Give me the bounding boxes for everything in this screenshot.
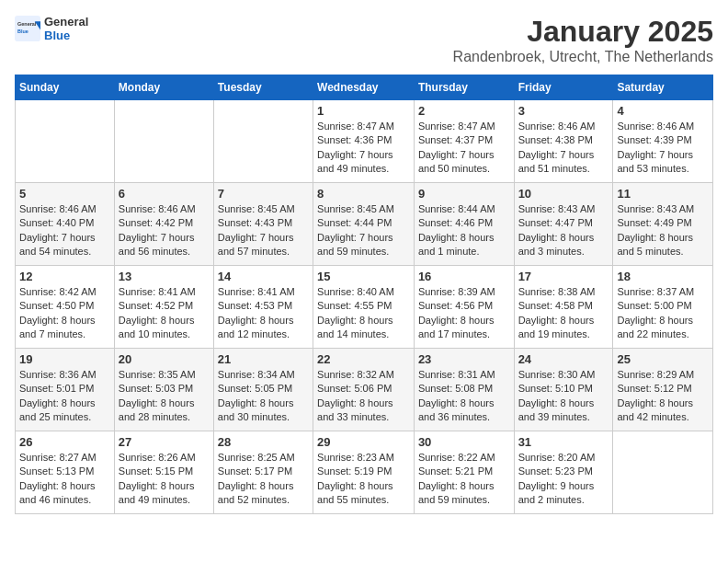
day-number: 21 bbox=[218, 352, 309, 366]
calendar-cell: 28Sunrise: 8:25 AM Sunset: 5:17 PM Dayli… bbox=[213, 431, 313, 514]
day-number: 24 bbox=[518, 352, 609, 366]
calendar-cell: 12Sunrise: 8:42 AM Sunset: 4:50 PM Dayli… bbox=[16, 266, 115, 349]
calendar-table: SundayMondayTuesdayWednesdayThursdayFrid… bbox=[15, 75, 713, 514]
day-number: 11 bbox=[617, 187, 709, 201]
day-info: Sunrise: 8:39 AM Sunset: 4:56 PM Dayligh… bbox=[418, 285, 510, 342]
day-number: 4 bbox=[617, 104, 709, 118]
calendar-cell: 13Sunrise: 8:41 AM Sunset: 4:52 PM Dayli… bbox=[114, 266, 213, 349]
calendar-cell: 15Sunrise: 8:40 AM Sunset: 4:55 PM Dayli… bbox=[313, 266, 415, 349]
day-info: Sunrise: 8:41 AM Sunset: 4:52 PM Dayligh… bbox=[119, 285, 210, 342]
week-row-1: 1Sunrise: 8:47 AM Sunset: 4:36 PM Daylig… bbox=[16, 100, 713, 183]
calendar-cell bbox=[16, 100, 115, 183]
calendar-cell: 4Sunrise: 8:46 AM Sunset: 4:39 PM Daylig… bbox=[613, 100, 713, 183]
day-info: Sunrise: 8:44 AM Sunset: 4:46 PM Dayligh… bbox=[418, 202, 510, 259]
day-info: Sunrise: 8:25 AM Sunset: 5:17 PM Dayligh… bbox=[218, 451, 309, 508]
logo: General Blue General Blue bbox=[15, 15, 88, 42]
day-number: 5 bbox=[19, 187, 110, 201]
day-info: Sunrise: 8:45 AM Sunset: 4:44 PM Dayligh… bbox=[317, 202, 410, 259]
svg-text:Blue: Blue bbox=[17, 29, 28, 34]
day-number: 26 bbox=[19, 435, 110, 449]
col-header-saturday: Saturday bbox=[613, 75, 713, 100]
day-info: Sunrise: 8:34 AM Sunset: 5:05 PM Dayligh… bbox=[218, 368, 309, 425]
day-number: 14 bbox=[218, 270, 309, 283]
day-number: 20 bbox=[119, 352, 210, 366]
day-info: Sunrise: 8:27 AM Sunset: 5:13 PM Dayligh… bbox=[19, 451, 110, 508]
day-info: Sunrise: 8:40 AM Sunset: 4:55 PM Dayligh… bbox=[317, 285, 410, 342]
week-row-5: 26Sunrise: 8:27 AM Sunset: 5:13 PM Dayli… bbox=[16, 431, 713, 514]
week-row-3: 12Sunrise: 8:42 AM Sunset: 4:50 PM Dayli… bbox=[16, 266, 713, 349]
calendar-cell bbox=[114, 100, 213, 183]
calendar-cell: 23Sunrise: 8:31 AM Sunset: 5:08 PM Dayli… bbox=[414, 349, 514, 431]
logo-icon: General Blue bbox=[15, 16, 40, 41]
calendar-cell: 6Sunrise: 8:46 AM Sunset: 4:42 PM Daylig… bbox=[114, 183, 213, 266]
day-number: 19 bbox=[19, 352, 110, 366]
day-number: 28 bbox=[218, 435, 309, 449]
week-row-4: 19Sunrise: 8:36 AM Sunset: 5:01 PM Dayli… bbox=[16, 349, 713, 431]
day-info: Sunrise: 8:38 AM Sunset: 4:58 PM Dayligh… bbox=[518, 285, 609, 342]
day-info: Sunrise: 8:46 AM Sunset: 4:38 PM Dayligh… bbox=[518, 120, 609, 177]
day-info: Sunrise: 8:20 AM Sunset: 5:23 PM Dayligh… bbox=[518, 451, 609, 508]
day-info: Sunrise: 8:35 AM Sunset: 5:03 PM Dayligh… bbox=[119, 368, 210, 425]
day-info: Sunrise: 8:42 AM Sunset: 4:50 PM Dayligh… bbox=[19, 285, 110, 342]
day-info: Sunrise: 8:30 AM Sunset: 5:10 PM Dayligh… bbox=[518, 368, 609, 425]
calendar-cell: 22Sunrise: 8:32 AM Sunset: 5:06 PM Dayli… bbox=[313, 349, 415, 431]
col-header-friday: Friday bbox=[514, 75, 613, 100]
col-header-monday: Monday bbox=[114, 75, 213, 100]
day-info: Sunrise: 8:46 AM Sunset: 4:39 PM Dayligh… bbox=[617, 120, 709, 177]
calendar-cell: 26Sunrise: 8:27 AM Sunset: 5:13 PM Dayli… bbox=[16, 431, 115, 514]
calendar-cell: 9Sunrise: 8:44 AM Sunset: 4:46 PM Daylig… bbox=[414, 183, 514, 266]
day-number: 12 bbox=[19, 270, 110, 283]
day-number: 25 bbox=[617, 352, 709, 366]
col-header-tuesday: Tuesday bbox=[213, 75, 313, 100]
calendar-cell: 10Sunrise: 8:43 AM Sunset: 4:47 PM Dayli… bbox=[514, 183, 613, 266]
day-number: 18 bbox=[617, 270, 709, 283]
logo-general-text: General bbox=[44, 15, 88, 29]
calendar-cell: 18Sunrise: 8:37 AM Sunset: 5:00 PM Dayli… bbox=[613, 266, 713, 349]
day-number: 23 bbox=[418, 352, 510, 366]
col-header-wednesday: Wednesday bbox=[313, 75, 415, 100]
day-number: 10 bbox=[518, 187, 609, 201]
day-info: Sunrise: 8:32 AM Sunset: 5:06 PM Dayligh… bbox=[317, 368, 410, 425]
day-info: Sunrise: 8:47 AM Sunset: 4:37 PM Dayligh… bbox=[418, 120, 510, 177]
day-info: Sunrise: 8:47 AM Sunset: 4:36 PM Dayligh… bbox=[317, 120, 410, 177]
page-header: General Blue General Blue January 2025 R… bbox=[15, 15, 713, 65]
day-info: Sunrise: 8:36 AM Sunset: 5:01 PM Dayligh… bbox=[19, 368, 110, 425]
calendar-cell: 25Sunrise: 8:29 AM Sunset: 5:12 PM Dayli… bbox=[613, 349, 713, 431]
calendar-cell: 16Sunrise: 8:39 AM Sunset: 4:56 PM Dayli… bbox=[414, 266, 514, 349]
day-info: Sunrise: 8:46 AM Sunset: 4:42 PM Dayligh… bbox=[119, 202, 210, 259]
day-number: 13 bbox=[119, 270, 210, 283]
day-number: 9 bbox=[418, 187, 510, 201]
day-number: 30 bbox=[418, 435, 510, 449]
calendar-title: January 2025 bbox=[453, 15, 713, 49]
calendar-cell: 8Sunrise: 8:45 AM Sunset: 4:44 PM Daylig… bbox=[313, 183, 415, 266]
day-number: 15 bbox=[317, 270, 410, 283]
day-info: Sunrise: 8:45 AM Sunset: 4:43 PM Dayligh… bbox=[218, 202, 309, 259]
day-number: 8 bbox=[317, 187, 410, 201]
day-number: 22 bbox=[317, 352, 410, 366]
day-info: Sunrise: 8:29 AM Sunset: 5:12 PM Dayligh… bbox=[617, 368, 709, 425]
calendar-cell: 3Sunrise: 8:46 AM Sunset: 4:38 PM Daylig… bbox=[514, 100, 613, 183]
svg-text:General: General bbox=[17, 21, 37, 27]
calendar-cell: 24Sunrise: 8:30 AM Sunset: 5:10 PM Dayli… bbox=[514, 349, 613, 431]
calendar-cell: 2Sunrise: 8:47 AM Sunset: 4:37 PM Daylig… bbox=[414, 100, 514, 183]
day-info: Sunrise: 8:26 AM Sunset: 5:15 PM Dayligh… bbox=[119, 451, 210, 508]
day-number: 27 bbox=[119, 435, 210, 449]
calendar-cell: 1Sunrise: 8:47 AM Sunset: 4:36 PM Daylig… bbox=[313, 100, 415, 183]
calendar-cell: 27Sunrise: 8:26 AM Sunset: 5:15 PM Dayli… bbox=[114, 431, 213, 514]
day-number: 3 bbox=[518, 104, 609, 118]
day-number: 29 bbox=[317, 435, 410, 449]
calendar-cell: 7Sunrise: 8:45 AM Sunset: 4:43 PM Daylig… bbox=[213, 183, 313, 266]
calendar-subtitle: Randenbroek, Utrecht, The Netherlands bbox=[453, 49, 713, 65]
calendar-cell: 5Sunrise: 8:46 AM Sunset: 4:40 PM Daylig… bbox=[16, 183, 115, 266]
calendar-cell: 17Sunrise: 8:38 AM Sunset: 4:58 PM Dayli… bbox=[514, 266, 613, 349]
calendar-cell: 11Sunrise: 8:43 AM Sunset: 4:49 PM Dayli… bbox=[613, 183, 713, 266]
day-info: Sunrise: 8:37 AM Sunset: 5:00 PM Dayligh… bbox=[617, 285, 709, 342]
calendar-cell bbox=[213, 100, 313, 183]
day-number: 17 bbox=[518, 270, 609, 283]
calendar-cell: 20Sunrise: 8:35 AM Sunset: 5:03 PM Dayli… bbox=[114, 349, 213, 431]
day-number: 2 bbox=[418, 104, 510, 118]
title-block: January 2025 Randenbroek, Utrecht, The N… bbox=[453, 15, 713, 65]
day-number: 6 bbox=[119, 187, 210, 201]
day-info: Sunrise: 8:23 AM Sunset: 5:19 PM Dayligh… bbox=[317, 451, 410, 508]
calendar-cell bbox=[613, 431, 713, 514]
